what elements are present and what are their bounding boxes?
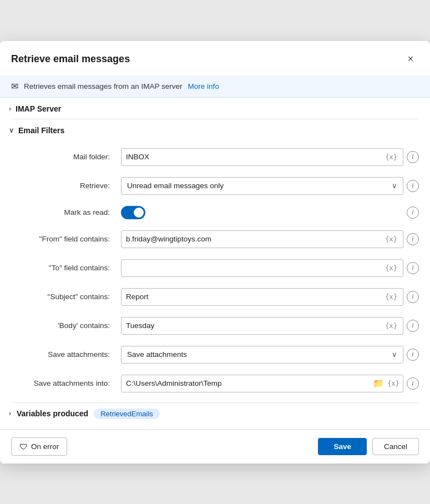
save-button[interactable]: Save bbox=[318, 438, 367, 455]
retrieved-emails-chip: RetrievedEmails bbox=[94, 409, 160, 419]
retrieve-label: Retrieve: bbox=[11, 182, 117, 190]
save-attachments-row: Save attachments: Save attachments ∨ i bbox=[11, 340, 419, 369]
to-field-row: "To" field contains: {x} i bbox=[11, 254, 419, 283]
retrieve-chevron-icon: ∨ bbox=[392, 182, 397, 190]
dialog-body: › IMAP Server ∨ Email Filters Mail folde… bbox=[0, 98, 430, 429]
save-attachments-info-icon[interactable]: i bbox=[407, 349, 419, 361]
to-field-info-icon[interactable]: i bbox=[407, 262, 419, 274]
from-field-control: {x} i bbox=[121, 230, 419, 248]
save-attachments-into-input[interactable] bbox=[126, 379, 371, 387]
subject-field-input-box[interactable]: {x} bbox=[121, 288, 403, 306]
save-attachments-into-row: Save attachments into: 📁 {x} i bbox=[11, 369, 419, 398]
variables-produced-label: Variables produced bbox=[17, 409, 88, 418]
to-field-input[interactable] bbox=[126, 264, 384, 272]
mark-as-read-row: Mark as read: i bbox=[11, 200, 419, 225]
save-attachments-chevron-icon: ∨ bbox=[392, 350, 397, 359]
mark-as-read-label: Mark as read: bbox=[11, 208, 117, 216]
email-icon: ✉ bbox=[11, 81, 18, 92]
cancel-button[interactable]: Cancel bbox=[372, 438, 419, 455]
banner-text: Retrieves email messages from an IMAP se… bbox=[24, 82, 183, 90]
to-field-label: "To" field contains: bbox=[11, 264, 117, 272]
retrieve-row: Retrieve: Unread email messages only ∨ i bbox=[11, 172, 419, 200]
retrieve-select[interactable]: Unread email messages only ∨ bbox=[121, 177, 403, 195]
mail-folder-info-icon[interactable]: i bbox=[407, 151, 419, 163]
dialog: Retrieve email messages × ✉ Retrieves em… bbox=[0, 41, 430, 463]
chevron-right-icon: › bbox=[9, 105, 11, 113]
save-attachments-into-var-badge: {x} bbox=[386, 380, 401, 387]
from-field-var-badge: {x} bbox=[384, 235, 398, 243]
mail-folder-var-badge: {x} bbox=[384, 153, 398, 161]
from-field-label: "From" field contains: bbox=[11, 235, 117, 243]
subject-field-row: "Subject" contains: {x} i bbox=[11, 283, 419, 311]
to-field-control: {x} i bbox=[121, 259, 419, 277]
body-field-input[interactable] bbox=[126, 321, 384, 330]
retrieve-info-icon[interactable]: i bbox=[407, 180, 419, 192]
folder-browse-button[interactable]: 📁 bbox=[371, 376, 386, 391]
variables-produced-section: › Variables produced RetrievedEmails bbox=[0, 403, 430, 424]
save-attachments-into-label: Save attachments into: bbox=[11, 379, 117, 387]
toggle-knob bbox=[134, 208, 144, 218]
dialog-footer: 🛡 On error Save Cancel bbox=[0, 429, 430, 463]
on-error-label: On error bbox=[31, 442, 59, 451]
save-attachments-control: Save attachments ∨ i bbox=[121, 346, 419, 364]
body-field-row: 'Body' contains: {x} i bbox=[11, 311, 419, 340]
email-filters-section-header[interactable]: ∨ Email Filters bbox=[0, 119, 430, 140]
subject-field-var-badge: {x} bbox=[384, 293, 398, 301]
save-attachments-select[interactable]: Save attachments ∨ bbox=[121, 346, 403, 364]
body-field-info-icon[interactable]: i bbox=[407, 320, 419, 332]
from-field-input-box[interactable]: {x} bbox=[121, 230, 403, 248]
chevron-down-icon: ∨ bbox=[9, 127, 14, 134]
save-attachments-label: Save attachments: bbox=[11, 350, 117, 359]
body-field-input-box[interactable]: {x} bbox=[121, 317, 403, 335]
mail-folder-input[interactable] bbox=[126, 153, 384, 161]
info-banner: ✉ Retrieves email messages from an IMAP … bbox=[0, 75, 430, 98]
mail-folder-input-box[interactable]: {x} bbox=[121, 148, 403, 166]
dialog-title: Retrieve email messages bbox=[11, 53, 130, 65]
on-error-button[interactable]: 🛡 On error bbox=[11, 437, 67, 456]
from-field-input[interactable] bbox=[126, 235, 384, 243]
body-field-label: 'Body' contains: bbox=[11, 321, 117, 330]
retrieve-control: Unread email messages only ∨ i bbox=[121, 177, 419, 195]
more-info-link[interactable]: More info bbox=[188, 82, 219, 90]
email-filters-label: Email Filters bbox=[18, 126, 64, 135]
retrieve-value: Unread email messages only bbox=[127, 182, 224, 190]
vars-chevron-right-icon: › bbox=[9, 410, 11, 417]
body-field-control: {x} i bbox=[121, 317, 419, 335]
subject-field-input[interactable] bbox=[126, 293, 384, 301]
save-attachments-value: Save attachments bbox=[127, 350, 187, 359]
to-field-var-badge: {x} bbox=[384, 264, 398, 272]
subject-field-label: "Subject" contains: bbox=[11, 293, 117, 301]
mark-as-read-toggle-wrap bbox=[121, 206, 145, 219]
mail-folder-control: {x} i bbox=[121, 148, 419, 166]
save-attachments-into-control: 📁 {x} i bbox=[121, 375, 419, 392]
mark-as-read-info-icon[interactable]: i bbox=[407, 206, 419, 219]
subject-field-control: {x} i bbox=[121, 288, 419, 306]
imap-server-label: IMAP Server bbox=[16, 104, 61, 113]
to-field-input-box[interactable]: {x} bbox=[121, 259, 403, 277]
email-filters-form: Mail folder: {x} i Retrieve: Unread emai… bbox=[0, 140, 430, 402]
dialog-header: Retrieve email messages × bbox=[0, 41, 430, 75]
from-field-info-icon[interactable]: i bbox=[407, 233, 419, 245]
body-field-var-badge: {x} bbox=[384, 322, 398, 330]
imap-server-section-header[interactable]: › IMAP Server bbox=[0, 98, 430, 119]
from-field-row: "From" field contains: {x} i bbox=[11, 225, 419, 254]
mark-as-read-toggle[interactable] bbox=[121, 206, 145, 219]
shield-icon: 🛡 bbox=[19, 442, 28, 451]
subject-field-info-icon[interactable]: i bbox=[407, 291, 419, 303]
mark-as-read-control: i bbox=[121, 206, 419, 219]
close-button[interactable]: × bbox=[402, 51, 419, 68]
mail-folder-row: Mail folder: {x} i bbox=[11, 143, 419, 172]
save-attachments-into-input-box[interactable]: 📁 {x} bbox=[121, 375, 403, 392]
footer-right: Save Cancel bbox=[318, 438, 419, 455]
variables-produced-header[interactable]: › Variables produced RetrievedEmails bbox=[9, 409, 419, 419]
mail-folder-label: Mail folder: bbox=[11, 153, 117, 161]
save-attachments-into-info-icon[interactable]: i bbox=[407, 377, 419, 390]
